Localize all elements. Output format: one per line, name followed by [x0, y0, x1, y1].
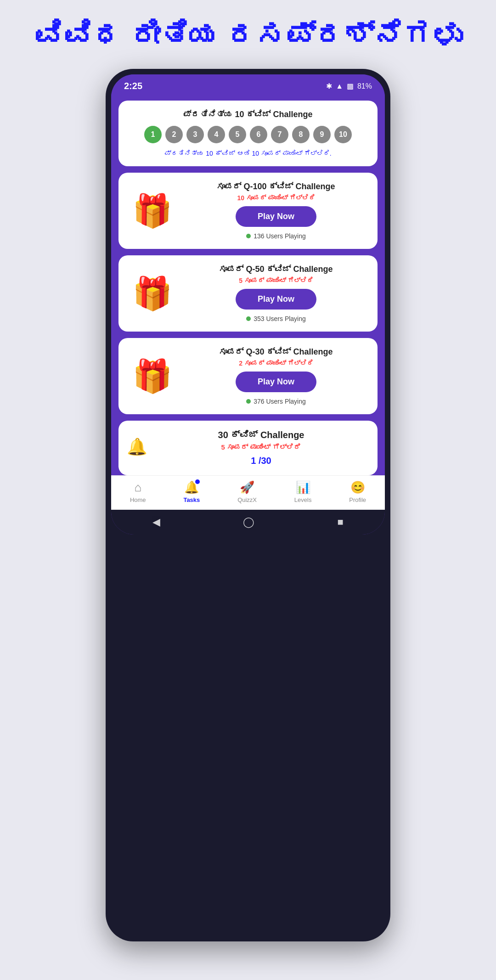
battery-icon: 81% [357, 82, 372, 90]
daily-challenge-card: ಪ್ರತಿನಿತ್ಯ 10 ಕ್ವಿಜ್ Challenge 1 2 3 4 5… [118, 101, 378, 166]
nav-bell-wrapper: 🔔 [184, 480, 199, 495]
num-circle-2[interactable]: 2 [165, 126, 183, 143]
levels-icon: 📊 [296, 480, 310, 495]
status-icons: ✱ ▲ ▩ 81% [326, 82, 372, 90]
q100-challenge-card: 🎁 ಸೂಪರ್ Q-100 ಕ್ವಿಜ್ Challenge 10 ಸೂಪರ್ … [118, 173, 378, 249]
q50-users-playing: 353 Users Playing [246, 315, 306, 322]
num-circle-9[interactable]: 9 [313, 126, 331, 143]
q30-users-playing: 376 Users Playing [246, 398, 306, 405]
q50-info: ಸೂಪರ್ Q-50 ಕ್ವಿಜ್ Challenge 5 ಸೂಪರ್ ಪಾಯಿ… [183, 265, 369, 322]
tasks-notification-dot [195, 479, 200, 484]
q100-users-playing: 136 Users Playing [246, 232, 306, 240]
q30-users-count: 376 Users Playing [254, 398, 306, 405]
q50-users-count: 353 Users Playing [254, 315, 306, 322]
content-area: ಪ್ರತಿನಿತ್ಯ 10 ಕ್ವಿಜ್ Challenge 1 2 3 4 5… [111, 95, 385, 475]
home-icon: ⌂ [134, 480, 141, 495]
quiz30-subtitle: 5 ಸೂಪರ್ ಪಾಯಿಂಟ್ ಗೆಲ್ಲಿರಿ [221, 443, 301, 451]
battery-percent: 81% [357, 82, 372, 90]
num-circle-3[interactable]: 3 [186, 126, 204, 143]
q100-title: ಸೂಪರ್ Q-100 ಕ್ವಿಜ್ Challenge [217, 182, 335, 191]
page-wrapper: ವಿವಿಧ ರೀತಿಯ ರಸಪ್ರಶ್ನೆಗಳು 2:25 ✱ ▲ ▩ 81% [0, 0, 496, 980]
num-circle-8[interactable]: 8 [292, 126, 310, 143]
q50-challenge-card: 🎁 ಸೂಪರ್ Q-50 ಕ್ವಿಜ್ Challenge 5 ಸೂಪರ್ ಪಾ… [118, 255, 378, 332]
q50-title: ಸೂಪರ್ Q-50 ಕ್ವಿಜ್ Challenge [219, 265, 333, 274]
q100-play-button[interactable]: Play Now [236, 206, 316, 227]
quiz30-title: 30 ಕ್ವಿಜ್ Challenge [218, 430, 304, 440]
q30-info: ಸೂಪರ್ Q-30 ಕ್ವಿಜ್ Challenge 2 ಸೂಪರ್ ಪಾಯಿ… [183, 347, 369, 405]
quiz30-progress: 1 /30 [251, 456, 271, 466]
q50-chest-icon: 🎁 [127, 277, 177, 310]
quizzx-icon: 🚀 [240, 480, 254, 495]
q30-title: ಸೂಪರ್ Q-30 ಕ್ವಿಜ್ Challenge [219, 347, 333, 357]
q100-users-count: 136 Users Playing [254, 232, 306, 240]
num-circle-5[interactable]: 5 [229, 126, 246, 143]
q30-active-dot [246, 399, 251, 404]
q30-subtitle: 2 ಸೂಪರ್ ಪಾಯಿಂಟ್ ಗೆಲ್ಲಿರಿ [239, 360, 313, 367]
q50-play-button[interactable]: Play Now [236, 289, 316, 310]
back-button[interactable]: ◀ [152, 516, 160, 528]
num-circle-1[interactable]: 1 [144, 126, 162, 143]
android-nav: ◀ ◯ ■ [111, 510, 385, 535]
nav-quizzx-label: QuizzX [237, 496, 257, 503]
nav-quizzx[interactable]: 🚀 QuizzX [237, 480, 257, 503]
signal-icon: ▩ [347, 82, 354, 90]
daily-subtitle: ಪ್ರತಿನಿತ್ಯ 10 ಕ್ವಿಜ್ ಆಡಿ 10 ಸೂಪರ್ ಪಾಯಿಂಟ… [127, 150, 369, 157]
nav-profile[interactable]: 😊 Profile [349, 480, 366, 503]
nav-home[interactable]: ⌂ Home [130, 480, 146, 503]
q30-content: 🎁 ಸೂಪರ್ Q-30 ಕ್ವಿಜ್ Challenge 2 ಸೂಪರ್ ಪಾ… [127, 347, 369, 405]
q100-subtitle: 10 ಸೂಪರ್ ಪಾಯಿಂಟ್ ಗೆಲ್ಲಿರಿ [237, 194, 315, 202]
nav-profile-label: Profile [349, 496, 366, 503]
q50-content: 🎁 ಸೂಪರ್ Q-50 ಕ್ವಿಜ್ Challenge 5 ಸೂಪರ್ ಪಾ… [127, 265, 369, 322]
number-row: 1 2 3 4 5 6 7 8 9 10 [127, 126, 369, 143]
status-time: 2:25 [124, 81, 142, 91]
bluetooth-icon: ✱ [326, 82, 332, 90]
q100-info: ಸೂಪರ್ Q-100 ಕ್ವಿಜ್ Challenge 10 ಸೂಪರ್ ಪಾ… [183, 182, 369, 240]
nav-tasks[interactable]: 🔔 Tasks [183, 480, 200, 503]
num-circle-6[interactable]: 6 [250, 126, 267, 143]
q100-active-dot [246, 234, 251, 238]
q100-content: 🎁 ಸೂಪರ್ Q-100 ಕ್ವಿಜ್ Challenge 10 ಸೂಪರ್ … [127, 182, 369, 240]
num-circle-10[interactable]: 10 [334, 126, 352, 143]
q30-challenge-card: 🎁 ಸೂಪರ್ Q-30 ಕ್ವಿಜ್ Challenge 2 ಸೂಪರ್ ಪಾ… [118, 338, 378, 414]
daily-challenge-title: ಪ್ರತಿನಿತ್ಯ 10 ಕ್ವಿಜ್ Challenge [127, 110, 369, 119]
home-button[interactable]: ◯ [243, 516, 254, 528]
q30-play-button[interactable]: Play Now [236, 372, 316, 392]
q100-chest-icon: 🎁 [127, 195, 177, 227]
quiz30-icon: 🔔 [127, 437, 147, 456]
num-circle-4[interactable]: 4 [208, 126, 225, 143]
quiz30-challenge-card: 🔔 30 ಕ್ವಿಜ್ Challenge 5 ಸೂಪರ್ ಪಾಯಿಂಟ್ ಗೆ… [118, 421, 378, 475]
page-title: ವಿವಿಧ ರೀತಿಯ ರಸಪ್ರಶ್ನೆಗಳು [34, 18, 462, 52]
status-bar: 2:25 ✱ ▲ ▩ 81% [111, 74, 385, 95]
wifi-icon: ▲ [336, 82, 343, 90]
q50-subtitle: 5 ಸೂಪರ್ ಪಾಯಿಂಟ್ ಗೆಲ್ಲಿರಿ [239, 277, 313, 284]
bottom-nav: ⌂ Home 🔔 Tasks 🚀 QuizzX 📊 Levels [111, 475, 385, 510]
nav-levels-label: Levels [294, 496, 312, 503]
nav-levels[interactable]: 📊 Levels [294, 480, 312, 503]
nav-home-label: Home [130, 496, 146, 503]
profile-icon: 😊 [350, 480, 365, 495]
q50-active-dot [246, 316, 251, 321]
phone-frame: 2:25 ✱ ▲ ▩ 81% ಪ್ರತಿನಿತ್ಯ 10 ಕ್ವಿಜ್ Chal… [106, 69, 390, 941]
q30-chest-icon: 🎁 [127, 360, 177, 392]
recents-button[interactable]: ■ [338, 516, 344, 528]
num-circle-7[interactable]: 7 [271, 126, 288, 143]
phone-inner: 2:25 ✱ ▲ ▩ 81% ಪ್ರತಿನಿತ್ಯ 10 ಕ್ವಿಜ್ Chal… [111, 74, 385, 535]
nav-tasks-label: Tasks [183, 496, 200, 503]
